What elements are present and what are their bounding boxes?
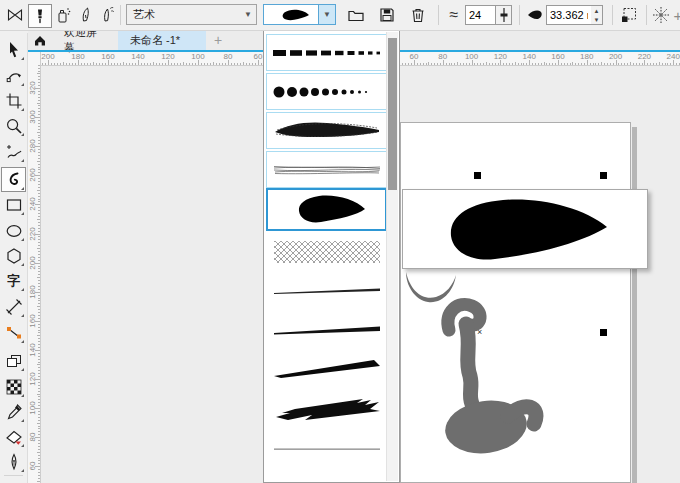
stroke-option-square-dashes[interactable]: [266, 34, 387, 71]
connector-icon: [4, 323, 24, 343]
scrollbar-thumb[interactable]: [388, 38, 397, 190]
separator: [612, 5, 613, 25]
stroke-picker-dropdown[interactable]: ▼: [263, 4, 336, 25]
dimension-line-icon: [4, 297, 24, 317]
app-window: 艺术 ▼ ▼ ≈: [0, 0, 680, 483]
pen-nib-icon: [4, 452, 24, 472]
tool-connector[interactable]: [2, 321, 25, 344]
stroke-option-sketch-lines[interactable]: [266, 151, 387, 188]
calligraphic-mode-button[interactable]: [74, 4, 96, 26]
selection-handle-top-middle[interactable]: [474, 172, 481, 179]
tool-outline-pen[interactable]: [2, 450, 25, 473]
quick-customize-button[interactable]: +: [667, 4, 680, 26]
ruler-label: 240: [661, 52, 680, 61]
sketch-lines-preview: [269, 153, 385, 187]
tab-untitled-1[interactable]: 未命名 -1*: [118, 30, 206, 50]
tool-crop[interactable]: [2, 89, 25, 112]
sprayer-mode-button[interactable]: [52, 4, 74, 26]
plus-icon: +: [674, 7, 680, 24]
property-bar: 艺术 ▼ ▼ ≈: [0, 0, 680, 31]
tool-rectangle[interactable]: [2, 193, 25, 216]
chevron-down-icon[interactable]: ▼: [318, 5, 335, 24]
charcoal-stroke-preview: [269, 114, 385, 148]
preset-mode-button[interactable]: [4, 4, 26, 26]
spinner-up-icon[interactable]: ▲: [591, 6, 602, 15]
teardrop-stroke-preview: [269, 190, 385, 229]
brush-icon: [30, 6, 50, 26]
round-dots-preview: [269, 75, 385, 109]
separator: [519, 5, 520, 25]
tool-zoom[interactable]: [2, 114, 25, 137]
plus-icon: +: [214, 32, 222, 48]
add-tools-button[interactable]: +: [2, 479, 25, 483]
stroke-option-round-dots[interactable]: [266, 73, 387, 110]
hairline-preview: [269, 430, 385, 464]
shape-node-icon: [4, 66, 24, 86]
tool-smart-fill[interactable]: [2, 425, 25, 448]
stroke-option-teardrop-selected[interactable]: [266, 188, 387, 231]
calligraphic-pen-icon: [75, 5, 95, 25]
trash-icon: [408, 5, 428, 25]
chevron-down-icon: ▼: [240, 10, 256, 19]
tool-mesh-fill[interactable]: [2, 375, 25, 398]
selection-handle-right-middle[interactable]: [600, 329, 607, 336]
stroke-option-wedge[interactable]: [266, 350, 387, 387]
new-tab-button[interactable]: +: [208, 30, 228, 50]
selected-stroke-preview: [271, 7, 315, 23]
stroke-width-input[interactable]: [546, 5, 592, 25]
preset-bowtie-icon: [5, 5, 25, 25]
folder-icon: [346, 5, 366, 25]
fill-bucket-icon: [4, 427, 24, 447]
stroke-option-rough-marker[interactable]: [266, 389, 387, 426]
tool-ellipse[interactable]: [2, 219, 25, 242]
spinner-down-icon[interactable]: ▼: [591, 15, 602, 24]
tab-welcome-screen[interactable]: 欢迎屏幕: [52, 30, 118, 50]
rectangle-icon: [4, 195, 24, 215]
tool-pick[interactable]: [2, 38, 25, 61]
floppy-save-icon: [377, 5, 397, 25]
delete-stroke-button[interactable]: [407, 4, 429, 26]
home-button[interactable]: [28, 30, 50, 50]
text-tool-glyph: 字: [7, 272, 20, 290]
crosshatch-preview: [269, 235, 385, 269]
selection-handle-top-right[interactable]: [600, 172, 607, 179]
tool-polygon[interactable]: [2, 244, 25, 267]
tool-dimension[interactable]: [2, 295, 25, 318]
wedge-stroke-preview: [269, 352, 385, 386]
stroke-category-value: 艺术: [127, 7, 155, 22]
browse-button[interactable]: [345, 4, 367, 26]
brush-mode-button[interactable]: [28, 4, 52, 28]
stroke-category-dropdown[interactable]: 艺术 ▼: [126, 4, 257, 25]
tool-artistic-media[interactable]: [1, 167, 26, 192]
stroke-list-dropdown: [263, 30, 400, 483]
tool-freehand[interactable]: [2, 140, 25, 163]
tool-eyedropper[interactable]: [2, 400, 25, 423]
thin-taper-preview: [269, 274, 385, 308]
stroke-option-thin-taper-2[interactable]: [266, 311, 387, 348]
drawn-gray-stroke-shape[interactable]: [400, 264, 640, 464]
stroke-option-hairline[interactable]: [266, 428, 387, 465]
home-icon: [33, 33, 45, 47]
vertical-ruler[interactable]: 3203002802602402202001801601401201008060: [27, 52, 41, 483]
save-stroke-button[interactable]: [376, 4, 398, 26]
separator: [438, 5, 439, 25]
tool-text[interactable]: 字: [2, 269, 25, 292]
stroke-option-thin-taper[interactable]: [266, 272, 387, 309]
eyedropper-icon: [4, 402, 24, 422]
stroke-preview-popup: [402, 189, 648, 269]
overlapping-squares-icon: [4, 351, 24, 371]
slider-handle-icon: [497, 7, 511, 23]
dropdown-scrollbar[interactable]: [386, 32, 398, 481]
stroke-option-charcoal[interactable]: [266, 112, 387, 149]
expression-mode-button[interactable]: [96, 4, 118, 26]
separator: [120, 5, 121, 25]
smoothing-slider-button[interactable]: [495, 5, 512, 25]
stroke-width-spinner[interactable]: ▲ ▼: [591, 5, 603, 25]
tab-label: 未命名 -1*: [130, 33, 180, 48]
smoothing-input[interactable]: [465, 5, 496, 25]
stroke-option-crosshatch[interactable]: [266, 233, 387, 270]
toolbox: 字 +: [0, 33, 28, 483]
tool-transparency[interactable]: [2, 349, 25, 372]
tool-shape[interactable]: [2, 64, 25, 87]
bounding-box-toggle-button[interactable]: [618, 4, 640, 26]
